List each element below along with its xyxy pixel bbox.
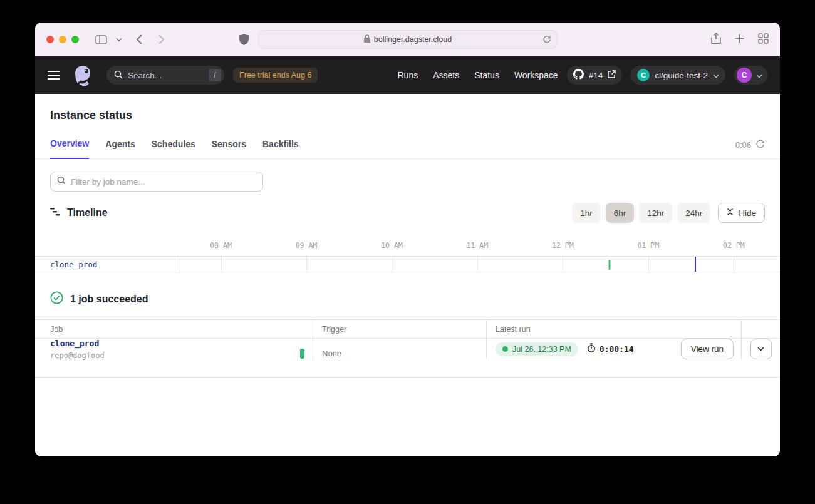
timeline-axis: 08 AM09 AM10 AM11 AM12 PM01 PM02 PM — [35, 235, 780, 256]
timeline-now-marker — [695, 257, 696, 272]
timeline-gridline — [306, 257, 307, 272]
trial-badge[interactable]: Free trial ends Aug 6 — [233, 68, 318, 83]
timeline-job-link[interactable]: clone_prod — [50, 260, 97, 269]
latest-run-cell: Jul 26, 12:33 PM 0:00:14 View run — [487, 339, 742, 359]
workspace-switcher[interactable]: C cl/guide-test-2 — [631, 66, 725, 85]
app-header: Search... / Free trial ends Aug 6 Runs A… — [35, 56, 780, 94]
timeline-tick-label: 09 AM — [296, 241, 318, 250]
timeline-tick-label: 08 AM — [210, 241, 232, 250]
run-duration: 0:00:14 — [587, 343, 634, 355]
timeline-chart: 08 AM09 AM10 AM11 AM12 PM01 PM02 PM clon… — [35, 235, 780, 272]
timeline-run-marker[interactable] — [609, 260, 611, 270]
job-name-link[interactable]: clone_prod — [50, 339, 296, 348]
timeline-plot: clone_prod — [35, 256, 780, 272]
user-avatar: C — [737, 68, 752, 83]
range-6hr-button[interactable]: 6hr — [606, 203, 635, 223]
nav-assets[interactable]: Assets — [433, 70, 459, 80]
timeline-controls: 1hr 6hr 12hr 24hr Hide — [572, 203, 765, 223]
latest-run-time: Jul 26, 12:33 PM — [512, 345, 571, 354]
share-icon[interactable] — [711, 33, 721, 47]
dagster-logo-icon[interactable] — [71, 64, 94, 86]
menu-icon[interactable] — [48, 71, 60, 80]
tab-backfills[interactable]: Backfills — [262, 139, 299, 158]
run-duration-value: 0:00:14 — [600, 344, 634, 354]
gantt-icon — [50, 207, 61, 219]
reload-icon[interactable] — [542, 35, 551, 46]
tab-bar: Overview Agents Schedules Sensors Backfi… — [35, 138, 780, 159]
nav-status[interactable]: Status — [474, 70, 499, 80]
tab-schedules[interactable]: Schedules — [152, 139, 195, 158]
range-1hr-button[interactable]: 1hr — [572, 203, 601, 223]
timeline-gridline — [221, 257, 222, 272]
top-nav: Runs Assets Status Workspace — [397, 70, 558, 80]
window-controls — [46, 36, 79, 43]
maximize-window-button[interactable] — [71, 36, 79, 43]
browser-window: bollinger.dagster.cloud — [35, 23, 780, 456]
job-status-tick — [300, 349, 304, 359]
table-header-row: Job Trigger Latest run — [35, 320, 780, 339]
summary-text: 1 job succeeded — [70, 294, 148, 305]
github-deployment-badge[interactable]: #14 — [567, 66, 623, 85]
timeline-gridline — [477, 257, 478, 272]
column-header-job: Job — [35, 320, 313, 338]
job-filter-input[interactable] — [71, 177, 256, 187]
timeline-gridline — [563, 257, 563, 272]
filter-section — [35, 159, 780, 192]
github-icon — [573, 69, 584, 81]
timeline-label-separator — [180, 257, 180, 272]
table-row: clone_prod repo@dogfood None Jul 26, 12:… — [35, 339, 780, 378]
hide-timeline-button[interactable]: Hide — [718, 203, 765, 223]
tab-sensors[interactable]: Sensors — [212, 139, 246, 158]
address-bar[interactable]: bollinger.dagster.cloud — [258, 30, 558, 49]
timeline-tick-label: 01 PM — [638, 241, 660, 250]
range-24hr-button[interactable]: 24hr — [677, 203, 710, 223]
sidebar-toggle-icon[interactable] — [95, 35, 107, 44]
privacy-shield-icon[interactable] — [239, 34, 249, 48]
job-filter-field[interactable] — [50, 172, 263, 192]
nav-workspace[interactable]: Workspace — [514, 70, 558, 80]
search-shortcut-key: / — [209, 69, 221, 81]
view-run-button[interactable]: View run — [681, 339, 734, 359]
search-icon — [114, 70, 123, 81]
external-link-icon — [608, 70, 616, 80]
jobs-table: Job Trigger Latest run clone_prod repo@d… — [35, 319, 780, 378]
tab-agents[interactable]: Agents — [105, 139, 135, 158]
row-expand-button[interactable] — [750, 339, 772, 359]
minimize-window-button[interactable] — [59, 36, 66, 43]
run-status-dot — [502, 346, 508, 352]
lock-icon — [364, 34, 370, 44]
timeline-tick-label: 11 AM — [467, 241, 489, 250]
refresh-icon[interactable] — [755, 139, 765, 150]
chevron-down-icon — [713, 71, 719, 80]
nav-runs[interactable]: Runs — [397, 70, 418, 80]
timeline-gridline — [734, 257, 734, 272]
latest-run-badge[interactable]: Jul 26, 12:33 PM — [496, 342, 578, 356]
user-menu[interactable]: C — [734, 66, 767, 85]
tab-overview-icon[interactable] — [758, 33, 769, 46]
timeline-tick-label: 12 PM — [552, 241, 574, 250]
refresh-countdown: 0:06 — [735, 140, 751, 150]
page-title: Instance status — [35, 94, 780, 123]
timeline-tick-label: 02 PM — [723, 241, 745, 250]
github-build-number: #14 — [589, 71, 603, 80]
global-search-input[interactable]: Search... / — [106, 66, 224, 85]
trigger-cell: None — [313, 339, 487, 358]
sidebar-chevron-icon[interactable] — [116, 38, 122, 42]
forward-icon[interactable] — [158, 34, 165, 45]
tab-overview[interactable]: Overview — [50, 138, 89, 159]
browser-toolbar: bollinger.dagster.cloud — [35, 23, 780, 56]
timeline-title: Timeline — [67, 207, 108, 219]
close-window-button[interactable] — [46, 36, 54, 43]
job-repo-label: repo@dogfood — [50, 351, 296, 360]
url-text: bollinger.dagster.cloud — [374, 35, 452, 44]
timeline-gridline — [648, 257, 649, 272]
hide-label: Hide — [739, 208, 756, 218]
stopwatch-icon — [587, 343, 596, 355]
new-tab-icon[interactable] — [735, 34, 744, 46]
search-placeholder: Search... — [128, 71, 162, 80]
back-icon[interactable] — [136, 34, 143, 45]
jobs-summary: 1 job succeeded — [35, 272, 780, 319]
timeline-gridline — [392, 257, 392, 272]
page-content: Instance status Overview Agents Schedule… — [35, 94, 780, 456]
range-12hr-button[interactable]: 12hr — [639, 203, 672, 223]
